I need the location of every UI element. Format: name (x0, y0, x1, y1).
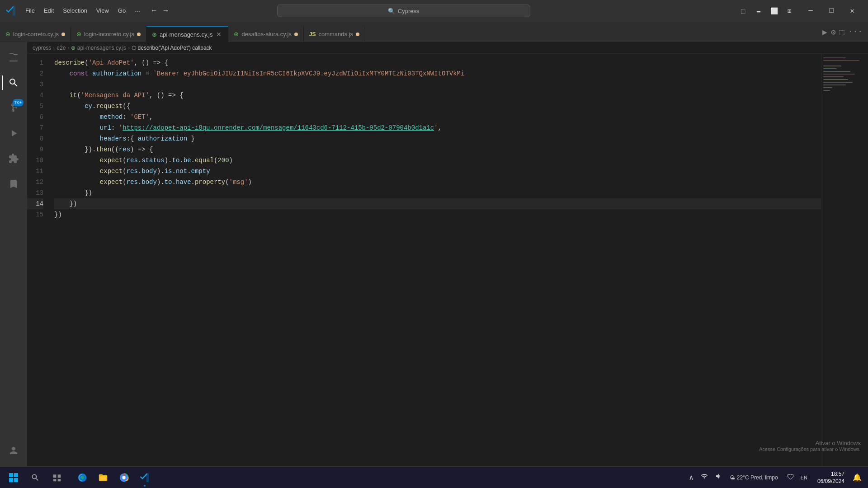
line-numbers: 1 2 3 4 5 6 7 8 9 10 11 12 13 14 15 (27, 54, 51, 488)
taskbar-system-tray: ∧ 🌤 22°C Pred. limpo 🛡 EN 18:57 06/09/20… (683, 469, 868, 487)
editor-area: cypress › e2e › ⊛ api-mensagens.cy.js › … (27, 42, 868, 488)
code-editor[interactable]: 1 2 3 4 5 6 7 8 9 10 11 12 13 14 15 desc… (27, 54, 868, 488)
activity-bar: 7K+ (0, 42, 27, 488)
tab-bar: ⊛ login-correto.cy.js ⊛ login-incorreto.… (0, 22, 868, 42)
clock-time: 18:57 (831, 470, 844, 478)
breadcrumb-context-icon: ⬡ (132, 45, 136, 51)
tab-login-incorreto[interactable]: ⊛ login-incorreto.cy.js (71, 26, 146, 42)
breadcrumb-context[interactable]: ⬡ describe('Api AdoPet') callback (132, 45, 212, 51)
close-button[interactable]: ✕ (842, 0, 863, 22)
layout-panel-icon[interactable]: ⬚ (736, 5, 750, 17)
menu-bar: File Edit Selection View Go ··· (22, 5, 144, 16)
svg-rect-2 (823, 60, 859, 61)
taskbar-file-explorer[interactable] (93, 468, 113, 488)
nav-forward-button[interactable]: → (160, 5, 170, 17)
tab-api-mensagens[interactable]: ⊛ api-mensagens.cy.js ✕ (146, 26, 229, 42)
code-line-5: cy.request({ (54, 101, 821, 112)
taskbar-edge[interactable] (72, 468, 92, 488)
tray-weather[interactable]: 🌤 22°C Pred. limpo (727, 474, 781, 481)
split-editor-icon[interactable]: ⬚ (840, 27, 844, 37)
debug-icon[interactable]: ⚙ (831, 27, 836, 37)
breadcrumb-file-icon: ⊛ (71, 45, 75, 51)
activity-run-debug[interactable] (2, 122, 25, 145)
svg-rect-8 (823, 79, 848, 80)
code-line-1: describe('Api AdoPet', () => { (54, 57, 821, 68)
svg-point-18 (122, 476, 125, 479)
more-actions-icon[interactable]: ··· (848, 27, 863, 37)
breadcrumb-e2e[interactable]: e2e (57, 45, 66, 51)
main-container: 7K+ (0, 42, 868, 488)
system-clock[interactable]: 18:57 06/09/2024 (814, 469, 848, 487)
breadcrumb-sep-2: › (67, 45, 69, 51)
layout-grid-icon[interactable]: ⊞ (782, 5, 797, 17)
tab-modified-dot (356, 33, 359, 36)
weather-icon: 🌤 (730, 474, 735, 481)
taskbar-vscode[interactable] (135, 468, 155, 488)
taskbar-start (0, 468, 71, 488)
activity-explorer[interactable] (2, 46, 25, 69)
vertical-scrollbar[interactable] (862, 54, 868, 488)
svg-rect-4 (823, 68, 837, 69)
taskbar-apps (72, 468, 155, 488)
taskbar: ∧ 🌤 22°C Pred. limpo 🛡 EN 18:57 06/09/20… (0, 466, 868, 488)
activity-account[interactable] (2, 439, 25, 462)
menu-view[interactable]: View (93, 5, 113, 16)
svg-rect-13 (9, 473, 13, 477)
tab-file-icon: ⊛ (5, 31, 10, 38)
source-control-badge: 7K+ (13, 99, 24, 106)
menu-go[interactable]: Go (114, 5, 129, 16)
svg-rect-9 (823, 82, 853, 83)
tab-label: api-mensagens.cy.js (160, 31, 213, 38)
tab-label: login-incorreto.cy.js (84, 31, 134, 38)
tray-antivirus-icon[interactable]: 🛡 (784, 471, 797, 483)
notification-center-button[interactable]: 🔔 (850, 471, 864, 484)
taskbar-chrome[interactable] (114, 468, 134, 488)
breadcrumb-cypress[interactable]: cypress (33, 45, 51, 51)
code-line-11: expect(res.body).is.not.empty (54, 166, 821, 177)
start-button[interactable] (4, 468, 24, 488)
tab-label: login-correto.cy.js (13, 31, 59, 38)
tab-close-button[interactable]: ✕ (215, 30, 222, 38)
breadcrumb-file[interactable]: ⊛ api-mensagens.cy.js (71, 45, 126, 51)
tray-chevron[interactable]: ∧ (686, 471, 696, 484)
code-line-8: headers:{ authorization } (54, 133, 821, 144)
activity-source-control[interactable]: 7K+ (2, 96, 25, 120)
maximize-button[interactable]: □ (821, 0, 842, 22)
tab-login-correto[interactable]: ⊛ login-correto.cy.js (0, 26, 71, 42)
minimize-button[interactable]: ─ (800, 0, 821, 22)
code-line-6: method: 'GET', (54, 112, 821, 122)
layout-columns-icon[interactable]: ⬜ (767, 5, 781, 17)
tab-file-icon: ⊛ (234, 31, 239, 38)
code-line-9: }).then((res) => { (54, 144, 821, 155)
run-icon[interactable]: ▶ (822, 27, 827, 37)
tab-commands[interactable]: JS commands.js (304, 26, 365, 42)
taskbar-search-button[interactable] (25, 468, 45, 488)
code-content[interactable]: describe('Api AdoPet', () => { const aut… (51, 54, 821, 488)
activity-search[interactable] (2, 71, 25, 94)
svg-rect-10 (823, 84, 846, 85)
code-line-12: expect(res.body).to.have.property('msg') (54, 177, 821, 188)
tray-network-icon[interactable] (698, 471, 711, 484)
tray-volume-icon[interactable] (712, 471, 725, 484)
nav-back-button[interactable]: ← (149, 5, 159, 17)
svg-rect-14 (14, 473, 18, 477)
menu-more[interactable]: ··· (131, 5, 144, 16)
layout-sidebar-icon[interactable]: ▬ (751, 5, 766, 17)
vscode-logo-icon (5, 5, 16, 16)
svg-rect-7 (823, 76, 844, 77)
tab-desafios-alura[interactable]: ⊛ desafios-alura.cy.js (228, 26, 303, 42)
code-line-15: }) (54, 209, 821, 220)
command-palette-search[interactable]: 🔍 Cypress (277, 5, 530, 17)
activity-bookmarks[interactable] (2, 172, 25, 196)
code-line-13: }) (54, 188, 821, 198)
svg-rect-6 (823, 74, 855, 75)
clock-date: 06/09/2024 (817, 478, 844, 485)
search-text: Cypress (398, 8, 420, 14)
menu-file[interactable]: File (22, 5, 38, 16)
tray-keyboard-icon[interactable]: EN (798, 473, 810, 482)
menu-edit[interactable]: Edit (40, 5, 57, 16)
tab-js-icon: JS (309, 31, 316, 38)
task-view-button[interactable] (47, 468, 67, 488)
menu-selection[interactable]: Selection (59, 5, 90, 16)
activity-extensions[interactable] (2, 147, 25, 170)
